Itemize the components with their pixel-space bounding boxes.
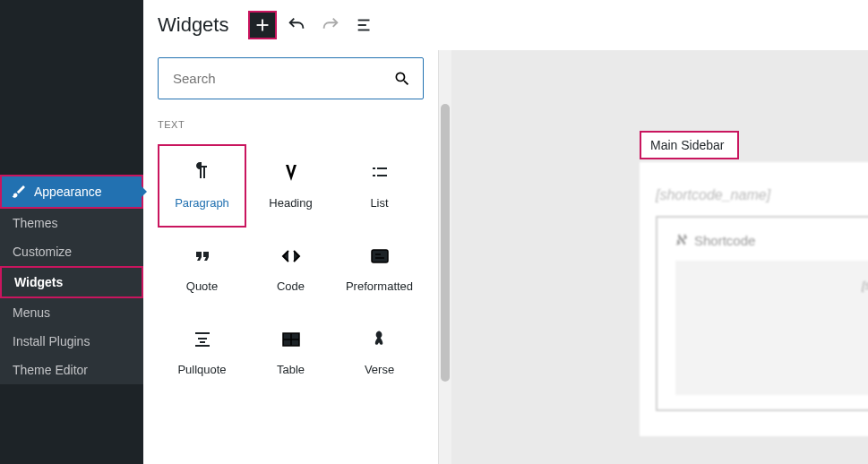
widgets-canvas: Main Sidebar [shortcode_name] ℵ Shortcod… [451, 50, 868, 464]
brush-icon [11, 184, 27, 200]
verse-icon [369, 329, 391, 350]
block-inserter-panel: TEXT Paragraph Heading List [143, 50, 439, 464]
svg-rect-2 [358, 30, 370, 31]
block-item-paragraph[interactable]: Paragraph [158, 144, 246, 228]
section-label: TEXT [158, 119, 424, 130]
canvas-content: Main Sidebar [shortcode_name] ℵ Shortcod… [640, 131, 868, 464]
block-item-pullquote[interactable]: Pullquote [158, 311, 246, 394]
block-label: Table [277, 363, 305, 376]
svg-rect-0 [358, 20, 370, 21]
sidebar-item-widgets[interactable]: Widgets [0, 266, 143, 298]
svg-rect-3 [373, 168, 375, 169]
block-item-quote[interactable]: Quote [158, 228, 246, 311]
scrollbar-track[interactable] [439, 50, 451, 464]
quote-icon [192, 245, 213, 267]
search-wrap [158, 57, 424, 99]
block-label: Verse [365, 363, 394, 376]
main: Widgets TEXT [143, 0, 868, 464]
block-item-heading[interactable]: Heading [246, 144, 335, 228]
block-label: Code [277, 279, 305, 293]
preformatted-icon [369, 245, 391, 267]
shortcode-placeholder-text: [shortcode_name] [656, 187, 868, 203]
block-item-code[interactable]: Code [246, 228, 335, 311]
block-item-verse[interactable]: Verse [335, 311, 424, 394]
shortcode-header: ℵ Shortcode [675, 232, 868, 248]
scrollbar-thumb[interactable] [441, 104, 450, 382]
editor-area: TEXT Paragraph Heading List [143, 50, 868, 464]
plus-icon [253, 15, 272, 35]
undo-icon [287, 15, 306, 35]
sidebar-spacer [0, 0, 143, 175]
svg-rect-4 [377, 168, 387, 169]
toolbar: Widgets [143, 0, 868, 50]
paragraph-icon [192, 162, 213, 184]
code-icon [280, 245, 302, 267]
redo-button[interactable] [316, 11, 345, 39]
svg-rect-7 [372, 250, 388, 262]
list-icon [369, 162, 391, 184]
sidebar-item-customize[interactable]: Customize [0, 237, 143, 266]
sidebar-item-theme-editor[interactable]: Theme Editor [0, 356, 143, 384]
list-view-button[interactable] [350, 11, 379, 39]
svg-rect-12 [200, 341, 205, 343]
sidebar-parent-label: Appearance [34, 185, 102, 199]
svg-rect-1 [358, 24, 366, 26]
add-block-button[interactable] [248, 11, 277, 39]
shortcode-input[interactable]: [shortcode_name] [675, 261, 868, 395]
app-root: Appearance Themes Customize Widgets Menu… [0, 0, 868, 464]
block-label: Paragraph [175, 196, 229, 210]
admin-sidebar: Appearance Themes Customize Widgets Menu… [0, 0, 143, 464]
pullquote-icon [192, 329, 213, 350]
block-label: Heading [269, 196, 312, 210]
page-title: Widgets [158, 13, 228, 37]
block-label: List [370, 196, 388, 210]
search-input[interactable] [158, 57, 424, 99]
sidebar-item-appearance[interactable]: Appearance [0, 175, 143, 209]
list-view-icon [355, 15, 374, 35]
shortcode-block[interactable]: ℵ Shortcode [shortcode_name] [656, 216, 868, 411]
svg-rect-13 [195, 345, 210, 347]
search-icon [393, 70, 411, 88]
block-item-list[interactable]: List [335, 144, 424, 228]
sidebar-item-menus[interactable]: Menus [0, 298, 143, 327]
table-icon [280, 329, 302, 350]
block-grid: Paragraph Heading List Quo [158, 144, 424, 394]
svg-rect-6 [377, 175, 387, 176]
undo-button[interactable] [282, 11, 311, 39]
sidebar-item-themes[interactable]: Themes [0, 209, 143, 237]
widget-area-title[interactable]: Main Sidebar [640, 131, 739, 159]
heading-icon [280, 162, 302, 184]
svg-rect-11 [198, 338, 207, 339]
shortcode-label: Shortcode [694, 233, 755, 248]
redo-icon [321, 15, 340, 35]
svg-rect-10 [195, 332, 210, 334]
block-item-preformatted[interactable]: Preformatted [335, 228, 424, 311]
sidebar-item-install-plugins[interactable]: Install Plugins [0, 327, 143, 356]
svg-rect-5 [373, 175, 375, 176]
block-label: Pullquote [177, 363, 226, 376]
block-label: Preformatted [346, 279, 413, 293]
block-item-table[interactable]: Table [246, 311, 335, 394]
block-label: Quote [186, 279, 218, 293]
shortcode-icon: ℵ [675, 232, 685, 248]
widget-area-body: [shortcode_name] ℵ Shortcode [shortcode_… [640, 162, 868, 436]
